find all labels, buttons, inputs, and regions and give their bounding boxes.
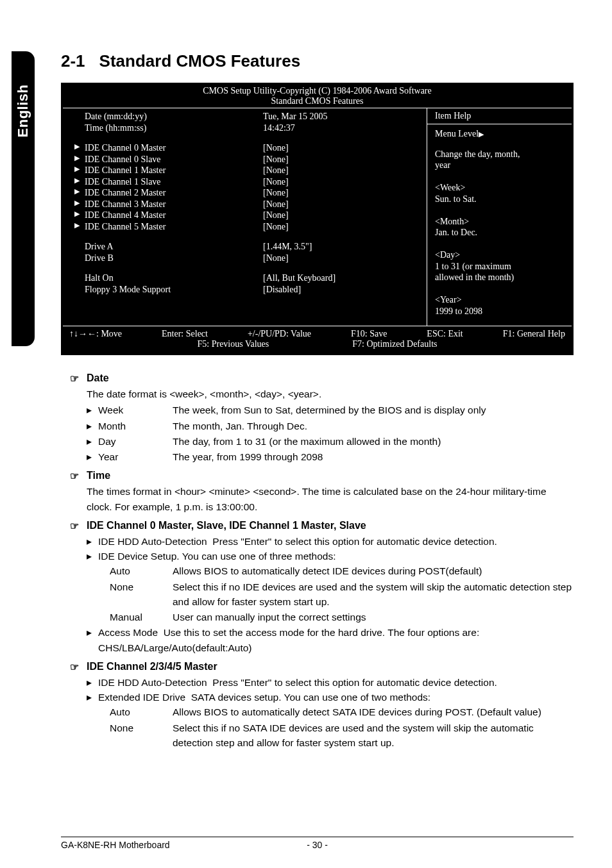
ide2345-heading: ☞IDE Channel 2/3/4/5 Master — [61, 659, 574, 674]
bios-ide0s-value: [None] — [263, 154, 419, 165]
key-prev: F5: Previous Values — [198, 339, 269, 349]
bios-floppy3-label: Floppy 3 Mode Support — [71, 284, 263, 296]
language-tab-label: English — [15, 85, 31, 138]
date-week-val: The week, from Sun to Sat, determined by… — [173, 403, 574, 417]
bios-halton-label: Halt On — [71, 272, 263, 284]
bios-help-title: Item Help — [435, 111, 565, 122]
bios-ide3m-label: ▶IDE Channel 3 Master — [71, 199, 263, 210]
pointer-icon: ☞ — [70, 519, 79, 534]
submenu-arrow-icon: ▶ — [74, 142, 80, 151]
help-line: <Week> — [435, 182, 565, 194]
language-tab: English — [12, 51, 35, 346]
bios-help-level: Menu Level▶ — [435, 128, 565, 140]
date-month-val: The month, Jan. Through Dec. — [173, 419, 574, 433]
ide01-heading: ☞IDE Channel 0 Master, Slave, IDE Channe… — [61, 518, 574, 533]
bios-header: CMOS Setup Utility-Copyright (C) 1984-20… — [63, 85, 572, 108]
submenu-arrow-icon: ▶ — [74, 187, 80, 196]
bios-ide1s-label: ▶IDE Channel 1 Slave — [71, 176, 263, 188]
bios-header-line1: CMOS Setup Utility-Copyright (C) 1984-20… — [63, 86, 572, 96]
bios-ide3m-value: [None] — [263, 199, 419, 210]
help-line: allowed in the month) — [435, 272, 565, 283]
bullet-icon: ▸ — [87, 690, 98, 705]
help-line: <Day> — [435, 249, 565, 261]
bios-ide0s-label: ▶IDE Channel 0 Slave — [71, 154, 263, 165]
date-year-val: The year, from 1999 through 2098 — [173, 449, 574, 464]
level-arrow-icon: ▶ — [479, 130, 484, 138]
ide01-autodetect: IDE HDD Auto-Detection Press "Enter" to … — [98, 534, 574, 549]
date-month-key: Month — [98, 419, 173, 433]
help-line: 1999 to 2098 — [435, 306, 565, 317]
bios-date-label: Date (mm:dd:yy) — [71, 111, 263, 122]
bios-ide1m-value: [None] — [263, 165, 419, 176]
bios-floppy3-value: [Disabled] — [263, 284, 419, 296]
date-heading: ☞Date — [61, 371, 574, 386]
help-line: <Year> — [435, 294, 565, 306]
bullet-icon: ▸ — [87, 434, 98, 449]
key-move: ↑↓→←: Move — [69, 329, 122, 339]
help-line — [435, 171, 565, 183]
pointer-icon: ☞ — [70, 371, 79, 387]
ide01-access: Access Mode Use this to set the access m… — [98, 625, 574, 655]
bios-date-value: Tue, Mar 15 2005 — [263, 111, 419, 122]
help-line — [435, 204, 565, 216]
bios-ide1m-label: ▶IDE Channel 1 Master — [71, 165, 263, 176]
key-help: F1: General Help — [503, 329, 565, 339]
pointer-icon: ☞ — [70, 660, 79, 675]
bios-drivea-label: Drive A — [71, 241, 263, 253]
ide2345-none-val: Select this if no SATA IDE devices are u… — [173, 721, 574, 751]
bios-footer: ↑↓→←: Move Enter: Select +/-/PU/PD: Valu… — [63, 326, 572, 353]
help-line: Change the day, month, — [435, 149, 565, 160]
submenu-arrow-icon: ▶ — [74, 165, 80, 174]
submenu-arrow-icon: ▶ — [74, 210, 80, 219]
bios-header-line2: Standard CMOS Features — [63, 96, 572, 106]
date-day-key: Day — [98, 434, 173, 449]
ide2345-ext: Extended IDE Drive SATA devices setup. Y… — [98, 690, 574, 705]
bullet-icon: ▸ — [87, 403, 98, 417]
bullet-icon: ▸ — [87, 419, 98, 433]
time-heading: ☞Time — [61, 468, 574, 483]
bios-ide0m-value: [None] — [263, 142, 419, 154]
ide01-auto-val: Allows BIOS to automatically detect IDE … — [173, 563, 574, 578]
ide2345-auto-key: Auto — [110, 705, 173, 719]
key-exit: ESC: Exit — [427, 329, 463, 339]
submenu-arrow-icon: ▶ — [74, 154, 80, 163]
bios-help-pane: Item Help Menu Level▶ Change the day, mo… — [427, 108, 572, 326]
bios-halton-value: [All, But Keyboard] — [263, 272, 419, 284]
submenu-arrow-icon: ▶ — [74, 176, 80, 185]
bios-ide5m-label: ▶IDE Channel 5 Master — [71, 221, 263, 233]
ide2345-autodetect: IDE HDD Auto-Detection Press "Enter" to … — [98, 675, 574, 690]
date-day-val: The day, from 1 to 31 (or the maximum al… — [173, 434, 574, 449]
page-footer: GA-K8NE-RH Motherboard - 30 - — [61, 837, 574, 850]
bios-drivea-value: [1.44M, 3.5"] — [263, 241, 419, 253]
key-defaults: F7: Optimized Defaults — [352, 339, 437, 349]
bullet-icon: ▸ — [87, 625, 98, 655]
ide2345-auto-val: Allows BIOS to automatically detect SATA… — [173, 705, 574, 719]
ide2345-none-key: None — [110, 721, 173, 751]
bios-left-pane: Date (mm:dd:yy)Tue, Mar 15 2005 Time (hh… — [63, 108, 427, 326]
content-body: ☞Date The date format is <week>, <month>… — [61, 355, 574, 750]
help-line: <Month> — [435, 216, 565, 228]
bullet-icon: ▸ — [87, 449, 98, 464]
section-name: Standard CMOS Features — [99, 51, 301, 71]
ide01-manual-val: User can manually input the correct sett… — [173, 610, 574, 624]
date-week-key: Week — [98, 403, 173, 417]
date-desc: The date format is <week>, <month>, <day… — [61, 387, 574, 401]
ide01-none-key: None — [110, 580, 173, 610]
bios-ide1s-value: [None] — [263, 176, 419, 188]
help-line: 1 to 31 (or maximum — [435, 261, 565, 272]
time-desc: The times format in <hour> <minute> <sec… — [61, 484, 574, 514]
key-save: F10: Save — [351, 329, 387, 339]
submenu-arrow-icon: ▶ — [74, 221, 80, 230]
bios-ide4m-value: [None] — [263, 210, 419, 221]
bios-driveb-label: Drive B — [71, 253, 263, 264]
key-value: +/-/PU/PD: Value — [248, 329, 311, 339]
bios-time-label: Time (hh:mm:ss) — [71, 122, 263, 134]
section-number: 2-1 — [61, 51, 85, 71]
bios-ide2m-label: ▶IDE Channel 2 Master — [71, 187, 263, 199]
submenu-arrow-icon: ▶ — [74, 199, 80, 208]
bios-ide0m-label: ▶IDE Channel 0 Master — [71, 142, 263, 154]
pointer-icon: ☞ — [70, 469, 79, 484]
help-line — [435, 283, 565, 295]
date-year-key: Year — [98, 449, 173, 464]
bios-screen: CMOS Setup Utility-Copyright (C) 1984-20… — [61, 83, 574, 355]
